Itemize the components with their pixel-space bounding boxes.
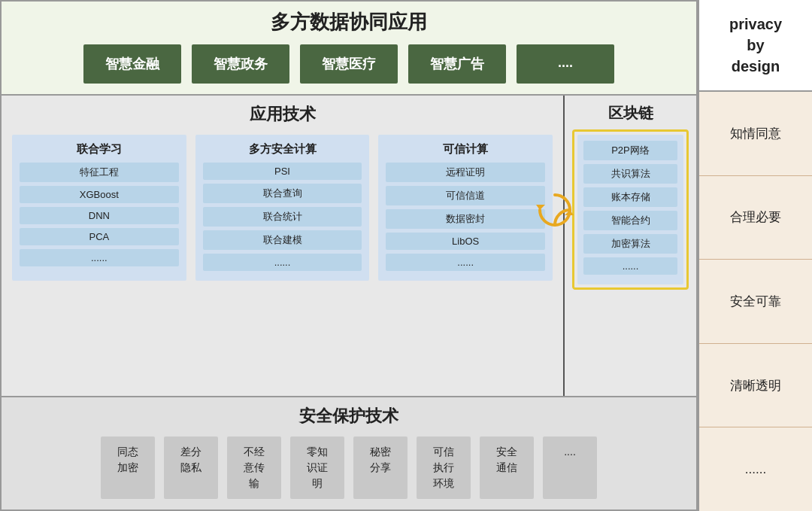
security-card-differential: 差分 隐私 [164,436,218,499]
sidebar-item-consent[interactable]: 知情同意 [699,92,812,176]
blockchain-highlight: P2P网络 共识算法 账本存储 智能合约 加密算法 ...... [572,129,689,290]
tech-column-mpc: 多方安全计算 PSI 联合查询 联合统计 联合建模 ...... [195,135,370,281]
privacy-by-design-label: privacy by design [699,0,812,92]
blockchain-item: 共识算法 [583,164,677,184]
sync-arrow-icon [536,191,574,229]
main-title: 多方数据协同应用 [14,9,684,35]
security-card-secret-sharing: 秘密 分享 [353,436,408,499]
tech-item: 数据密封 [386,209,545,229]
sidebar-item-transparency[interactable]: 清晰透明 [699,344,812,428]
app-card-medical[interactable]: 智慧医疗 [300,44,398,84]
app-cards-row: 智慧金融 智慧政务 智慧医疗 智慧广告 .... [14,44,684,84]
middle-section: 应用技术 联合学习 特征工程 XGBoost DNN PCA ...... 多方… [2,96,696,397]
tee-title: 可信计算 [386,142,545,157]
security-cards-row: 同态 加密 差分 隐私 不经 意传 输 零知 识证 明 秘密 分享 可信 执行 … [14,436,684,499]
applied-tech-section: 应用技术 联合学习 特征工程 XGBoost DNN PCA ...... 多方… [2,96,565,396]
blockchain-item: P2P网络 [583,141,677,160]
app-card-more[interactable]: .... [517,44,614,84]
tech-column-tee: 可信计算 远程证明 可信信道 数据密封 LibOS ...... [378,135,553,281]
applied-tech-title: 应用技术 [12,103,553,126]
sidebar-items: 知情同意 合理必要 安全可靠 清晰透明 ...... [699,92,812,511]
security-card-more: .... [543,436,597,499]
sidebar-item-necessity[interactable]: 合理必要 [699,176,812,260]
blockchain-item: 账本存储 [583,187,677,207]
tech-item: XGBoost [20,186,179,203]
tech-column-federated: 联合学习 特征工程 XGBoost DNN PCA ...... [12,135,186,281]
top-section: 多方数据协同应用 智慧金融 智慧政务 智慧医疗 智慧广告 .... [2,2,696,96]
sidebar-item-security[interactable]: 安全可靠 [699,260,812,344]
tech-columns: 联合学习 特征工程 XGBoost DNN PCA ...... 多方安全计算 … [12,135,553,281]
security-tech-title: 安全保护技术 [14,405,684,427]
blockchain-item: 加密算法 [583,234,677,254]
security-card-secure-comm: 安全 通信 [480,436,534,499]
mpc-title: 多方安全计算 [203,142,362,157]
tech-item: 联合建模 [203,230,362,250]
blockchain-item: ...... [583,257,677,275]
tech-item: ...... [386,254,545,271]
bottom-section: 安全保护技术 同态 加密 差分 隐私 不经 意传 输 零知 识证 明 秘密 分享… [2,397,696,509]
app-card-government[interactable]: 智慧政务 [192,44,289,84]
tech-item: 联合统计 [203,207,362,227]
sidebar-item-more[interactable]: ...... [699,427,812,511]
tech-item: ...... [20,249,179,266]
tech-item: 远程证明 [386,163,545,182]
blockchain-inner: P2P网络 共识算法 账本存储 智能合约 加密算法 ...... [577,135,683,284]
tech-item: 特征工程 [20,163,179,182]
tech-item: PSI [203,163,362,180]
svg-marker-0 [536,205,545,210]
right-sidebar: privacy by design 知情同意 合理必要 安全可靠 清晰透明 ..… [698,0,812,511]
security-card-zkp: 零知 识证 明 [290,436,344,499]
tech-item: DNN [20,207,179,224]
main-content: 多方数据协同应用 智慧金融 智慧政务 智慧医疗 智慧广告 .... 应用技术 联… [0,0,698,511]
security-card-tee: 可信 执行 环境 [417,436,471,499]
tech-item: 联合查询 [203,184,362,203]
tech-item: LibOS [386,233,545,250]
tech-item: ...... [203,254,362,271]
federated-learning-title: 联合学习 [20,142,179,157]
blockchain-item: 智能合约 [583,211,677,230]
blockchain-section: 区块链 P2P网络 共识算法 账本存储 智能合约 加密算法 [565,96,696,396]
tech-item: 可信信道 [386,186,545,205]
blockchain-title: 区块链 [572,103,689,123]
security-card-homomorphic: 同态 加密 [101,436,155,499]
tech-item: PCA [20,228,179,245]
security-card-ot: 不经 意传 输 [227,436,281,499]
app-card-finance[interactable]: 智慧金融 [83,44,181,84]
app-card-advertising[interactable]: 智慧广告 [408,44,506,84]
